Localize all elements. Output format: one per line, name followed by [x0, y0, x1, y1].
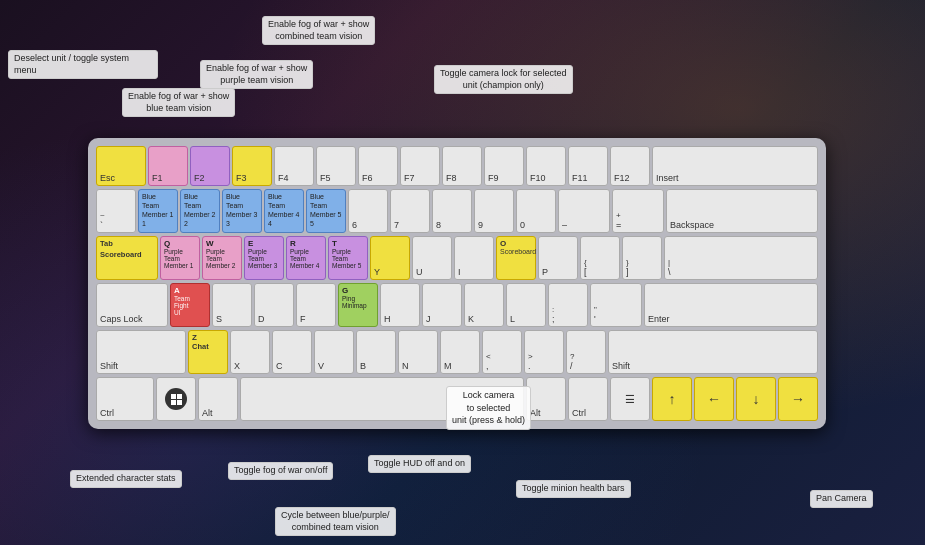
key-0[interactable]: 0 — [516, 189, 556, 233]
key-arrow-down[interactable]: ↓ — [736, 377, 776, 421]
key-s[interactable]: S — [212, 283, 252, 327]
key-shift-right[interactable]: Shift — [608, 330, 818, 374]
key-v[interactable]: V — [314, 330, 354, 374]
key-2[interactable]: Blue TeamMember 22 — [180, 189, 220, 233]
key-alt-left[interactable]: Alt — [198, 377, 238, 421]
key-f2[interactable]: F2 — [190, 146, 230, 186]
key-q[interactable]: Q Purple Team Member 1 — [160, 236, 200, 280]
fn-row: Esc F1 F2 F3 F4 F5 F6 F7 F8 F9 F10 F11 F… — [96, 146, 818, 186]
key-backslash[interactable]: |\ — [664, 236, 818, 280]
key-b[interactable]: B — [356, 330, 396, 374]
zxcv-row: Shift Z Chat X C V B N M <, >. ?/ Shift — [96, 330, 818, 374]
annotation-camera-lock: Toggle camera lock for selectedunit (cha… — [434, 65, 573, 94]
key-f4[interactable]: F4 — [274, 146, 314, 186]
key-period[interactable]: >. — [524, 330, 564, 374]
asdf-row: Caps Lock A Team FightUI S D F G PingMin… — [96, 283, 818, 327]
key-m[interactable]: M — [440, 330, 480, 374]
key-x[interactable]: X — [230, 330, 270, 374]
key-semicolon[interactable]: :; — [548, 283, 588, 327]
key-backspace[interactable]: Backspace — [666, 189, 818, 233]
key-e[interactable]: E Purple Team Member 3 — [244, 236, 284, 280]
key-p[interactable]: P — [538, 236, 578, 280]
key-k[interactable]: K — [464, 283, 504, 327]
annotation-cycle-vision: Cycle between blue/purple/combined team … — [275, 507, 396, 536]
key-f12[interactable]: F12 — [610, 146, 650, 186]
key-t[interactable]: T Purple Team Member 5 — [328, 236, 368, 280]
key-8[interactable]: 8 — [432, 189, 472, 233]
annotation-deselect: Deselect unit / toggle system menu — [8, 50, 158, 79]
key-arrow-left[interactable]: ← — [694, 377, 734, 421]
key-o[interactable]: O Scoreboard — [496, 236, 536, 280]
key-win[interactable] — [156, 377, 196, 421]
key-ctrl-left[interactable]: Ctrl — [96, 377, 154, 421]
key-menu[interactable]: ☰ — [610, 377, 650, 421]
key-backtick[interactable]: ~` — [96, 189, 136, 233]
annotation-fog-blue: Enable fog of war + showblue team vision — [122, 88, 235, 117]
key-3[interactable]: Blue TeamMember 33 — [222, 189, 262, 233]
key-slash[interactable]: ?/ — [566, 330, 606, 374]
key-z[interactable]: Z Chat — [188, 330, 228, 374]
key-enter[interactable]: Enter — [644, 283, 818, 327]
key-c[interactable]: C — [272, 330, 312, 374]
annotation-fog-purple: Enable fog of war + showpurple team visi… — [200, 60, 313, 89]
key-comma[interactable]: <, — [482, 330, 522, 374]
key-capslock[interactable]: Caps Lock — [96, 283, 168, 327]
key-alt-right[interactable]: Alt — [526, 377, 566, 421]
key-a[interactable]: A Team FightUI — [170, 283, 210, 327]
key-4[interactable]: Blue TeamMember 44 — [264, 189, 304, 233]
key-ctrl-right[interactable]: Ctrl — [568, 377, 608, 421]
key-g[interactable]: G PingMinimap — [338, 283, 378, 327]
annotation-pan-camera: Pan Camera — [810, 490, 873, 508]
qwerty-row: Tab Scoreboard Q Purple Team Member 1 W … — [96, 236, 818, 280]
key-i[interactable]: I — [454, 236, 494, 280]
key-7[interactable]: 7 — [390, 189, 430, 233]
key-6[interactable]: 6 — [348, 189, 388, 233]
key-f3[interactable]: F3 — [232, 146, 272, 186]
key-w[interactable]: W Purple Team Member 2 — [202, 236, 242, 280]
key-f11[interactable]: F11 — [568, 146, 608, 186]
key-u[interactable]: U — [412, 236, 452, 280]
key-arrow-up[interactable]: ↑ — [652, 377, 692, 421]
annotation-lock-camera: Lock camerato selectedunit (press & hold… — [446, 386, 531, 430]
key-l[interactable]: L — [506, 283, 546, 327]
key-d[interactable]: D — [254, 283, 294, 327]
annotation-toggle-fog: Toggle fog of war on/off — [228, 462, 333, 480]
key-minus[interactable]: – — [558, 189, 610, 233]
num-row: ~` Blue TeamMember 11 Blue TeamMember 22… — [96, 189, 818, 233]
key-n[interactable]: N — [398, 330, 438, 374]
key-shift-left[interactable]: Shift — [96, 330, 186, 374]
key-equals[interactable]: += — [612, 189, 664, 233]
key-bracket-close[interactable]: }] — [622, 236, 662, 280]
key-f9[interactable]: F9 — [484, 146, 524, 186]
key-f10[interactable]: F10 — [526, 146, 566, 186]
key-f7[interactable]: F7 — [400, 146, 440, 186]
key-insert[interactable]: Insert — [652, 146, 818, 186]
key-quote[interactable]: "' — [590, 283, 642, 327]
key-f1[interactable]: F1 — [148, 146, 188, 186]
key-1[interactable]: Blue TeamMember 11 — [138, 189, 178, 233]
key-arrow-right[interactable]: → — [778, 377, 818, 421]
key-f[interactable]: F — [296, 283, 336, 327]
annotation-ext-char: Extended character stats — [70, 470, 182, 488]
key-h[interactable]: H — [380, 283, 420, 327]
key-5[interactable]: Blue TeamMember 55 — [306, 189, 346, 233]
key-f5[interactable]: F5 — [316, 146, 356, 186]
key-y[interactable]: Y — [370, 236, 410, 280]
key-9[interactable]: 9 — [474, 189, 514, 233]
key-bracket-open[interactable]: {[ — [580, 236, 620, 280]
key-r[interactable]: R Purple Team Member 4 — [286, 236, 326, 280]
key-j[interactable]: J — [422, 283, 462, 327]
annotation-toggle-hud: Toggle HUD off and on — [368, 455, 471, 473]
key-f6[interactable]: F6 — [358, 146, 398, 186]
key-f8[interactable]: F8 — [442, 146, 482, 186]
key-tab[interactable]: Tab Scoreboard — [96, 236, 158, 280]
key-esc[interactable]: Esc — [96, 146, 146, 186]
annotation-minion-hp: Toggle minion health bars — [516, 480, 631, 498]
annotation-fog-combined: Enable fog of war + showcombined team vi… — [262, 16, 375, 45]
